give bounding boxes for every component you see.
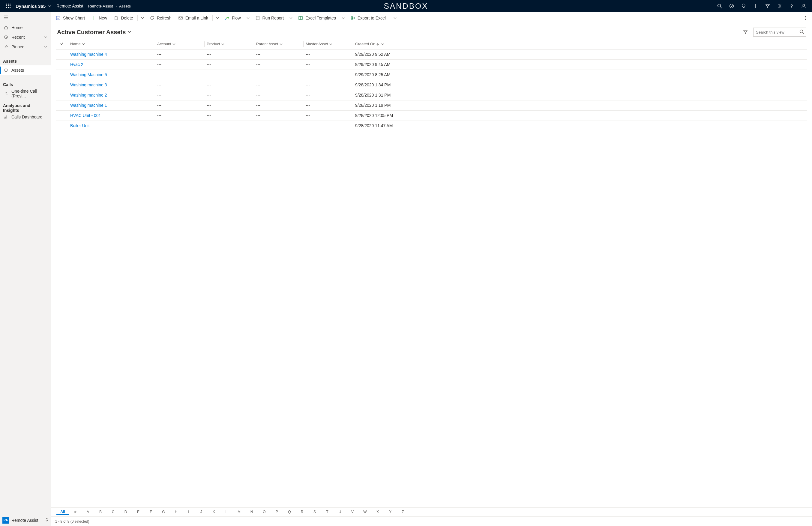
az-letter[interactable]: W bbox=[359, 510, 371, 515]
sidebar-item[interactable]: Calls Dashboard bbox=[0, 112, 51, 122]
cell-name[interactable]: Washing machine 1 bbox=[68, 100, 155, 111]
new-button[interactable]: New bbox=[88, 12, 110, 24]
az-letter[interactable]: O bbox=[258, 510, 271, 515]
az-letter[interactable]: D bbox=[119, 510, 132, 515]
az-letter[interactable]: P bbox=[271, 510, 283, 515]
cell-name[interactable]: HVAC Unit - 001 bbox=[68, 111, 155, 120]
filter-icon[interactable] bbox=[762, 0, 773, 12]
az-letter[interactable]: A bbox=[82, 510, 94, 515]
row-selector[interactable] bbox=[56, 111, 68, 120]
breadcrumb-item[interactable]: Remote Assist bbox=[88, 4, 113, 9]
az-letter[interactable]: X bbox=[371, 510, 384, 515]
search-icon[interactable] bbox=[799, 29, 804, 35]
email-link-button[interactable]: Email a Link bbox=[175, 12, 211, 24]
az-letter[interactable]: B bbox=[94, 510, 107, 515]
flow-chevron[interactable] bbox=[245, 12, 252, 24]
row-selector[interactable] bbox=[56, 59, 68, 70]
column-header-created-on[interactable]: Created On bbox=[353, 39, 807, 49]
area-switcher[interactable]: RA Remote Assist bbox=[0, 514, 51, 526]
row-selector[interactable] bbox=[56, 100, 68, 111]
table-row[interactable]: Washing machine 4------------9/29/2020 9… bbox=[56, 49, 807, 59]
column-header-parent-asset[interactable]: Parent Asset bbox=[254, 39, 303, 49]
view-title[interactable]: Active Customer Assets bbox=[57, 29, 126, 36]
sidebar-item[interactable]: One-time Call (Previ... bbox=[0, 89, 51, 98]
task-icon[interactable] bbox=[726, 0, 738, 12]
hamburger-icon[interactable] bbox=[0, 12, 51, 23]
cell-name[interactable]: Boiler Unit bbox=[68, 120, 155, 131]
lightbulb-icon[interactable] bbox=[738, 0, 750, 12]
delete-chevron[interactable] bbox=[139, 12, 146, 24]
help-icon[interactable]: ? bbox=[786, 0, 798, 12]
az-letter[interactable]: V bbox=[346, 510, 359, 515]
table-row[interactable]: Washing Machine 5------------9/29/2020 8… bbox=[56, 70, 807, 80]
more-commands-icon[interactable] bbox=[801, 12, 810, 24]
az-letter[interactable]: J bbox=[195, 510, 207, 515]
column-header-product[interactable]: Product bbox=[204, 39, 254, 49]
user-icon[interactable] bbox=[798, 0, 810, 12]
excel-templates-chevron[interactable] bbox=[339, 12, 347, 24]
plus-icon[interactable] bbox=[750, 0, 762, 12]
az-letter[interactable]: F bbox=[145, 510, 157, 515]
az-letter[interactable]: L bbox=[220, 510, 233, 515]
az-letter[interactable]: R bbox=[296, 510, 308, 515]
table-row[interactable]: Hvac 2------------9/29/2020 9:45 AM bbox=[56, 59, 807, 70]
row-selector[interactable] bbox=[56, 49, 68, 59]
view-chevron-icon[interactable] bbox=[128, 30, 131, 34]
flow-button[interactable]: Flow bbox=[222, 12, 244, 24]
gear-icon[interactable] bbox=[773, 0, 786, 12]
sidebar-item-pinned[interactable]: Pinned bbox=[0, 42, 51, 52]
search-icon[interactable] bbox=[714, 0, 726, 12]
column-header-master-asset[interactable]: Master Asset bbox=[303, 39, 353, 49]
app-name[interactable]: Remote Assist bbox=[56, 4, 83, 9]
table-row[interactable]: HVAC Unit - 001------------9/28/2020 12:… bbox=[56, 111, 807, 120]
cell-name[interactable]: Washing machine 4 bbox=[68, 49, 155, 59]
sidebar-item[interactable]: Assets bbox=[0, 65, 51, 75]
az-letter[interactable]: K bbox=[207, 510, 220, 515]
cell-name[interactable]: Hvac 2 bbox=[68, 59, 155, 70]
az-letter[interactable]: T bbox=[321, 510, 334, 515]
export-chevron[interactable] bbox=[391, 12, 398, 24]
export-excel-button[interactable]: X Export to Excel bbox=[347, 12, 389, 24]
az-letter[interactable]: Q bbox=[283, 510, 296, 515]
delete-button[interactable]: Delete bbox=[111, 12, 136, 24]
az-letter[interactable]: N bbox=[245, 510, 258, 515]
az-letter[interactable]: I bbox=[183, 510, 195, 515]
table-row[interactable]: Boiler Unit------------9/28/2020 11:47 A… bbox=[56, 120, 807, 131]
sidebar-item-recent[interactable]: Recent bbox=[0, 32, 51, 42]
az-letter[interactable]: # bbox=[69, 510, 82, 515]
az-letter[interactable]: U bbox=[334, 510, 346, 515]
az-letter[interactable]: Z bbox=[396, 510, 409, 515]
column-header-account[interactable]: Account bbox=[155, 39, 204, 49]
az-letter[interactable]: E bbox=[132, 510, 145, 515]
az-letter[interactable]: Y bbox=[384, 510, 396, 515]
az-letter[interactable]: G bbox=[157, 510, 170, 515]
row-selector[interactable] bbox=[56, 70, 68, 80]
report-chevron[interactable] bbox=[287, 12, 294, 24]
app-launcher-icon[interactable] bbox=[2, 0, 14, 12]
brand-chevron-icon[interactable] bbox=[47, 4, 53, 8]
row-selector[interactable] bbox=[56, 120, 68, 131]
az-letter[interactable]: M bbox=[233, 510, 245, 515]
column-header-name[interactable]: Name bbox=[68, 39, 155, 49]
cell-name[interactable]: Washing machine 2 bbox=[68, 90, 155, 100]
refresh-button[interactable]: Refresh bbox=[147, 12, 175, 24]
table-row[interactable]: Washing machine 2------------9/28/2020 1… bbox=[56, 90, 807, 100]
brand-label[interactable]: Dynamics 365 bbox=[16, 4, 46, 9]
breadcrumb-item[interactable]: Assets bbox=[119, 4, 131, 9]
az-letter[interactable]: H bbox=[170, 510, 183, 515]
az-letter[interactable]: All bbox=[56, 510, 69, 515]
row-selector[interactable] bbox=[56, 80, 68, 90]
filter-icon[interactable] bbox=[741, 28, 750, 36]
cell-name[interactable]: Washing machine 3 bbox=[68, 80, 155, 90]
search-input[interactable] bbox=[753, 28, 806, 36]
row-selector[interactable] bbox=[56, 90, 68, 100]
run-report-button[interactable]: Run Report bbox=[252, 12, 287, 24]
cell-name[interactable]: Washing Machine 5 bbox=[68, 70, 155, 80]
az-letter[interactable]: S bbox=[308, 510, 321, 515]
excel-templates-button[interactable]: Excel Templates bbox=[295, 12, 339, 24]
az-letter[interactable]: C bbox=[107, 510, 119, 515]
table-row[interactable]: Washing machine 3------------9/28/2020 1… bbox=[56, 80, 807, 90]
sidebar-item-home[interactable]: Home bbox=[0, 23, 51, 32]
table-row[interactable]: Washing machine 1------------9/28/2020 1… bbox=[56, 100, 807, 111]
show-chart-button[interactable]: Show Chart bbox=[53, 12, 88, 24]
